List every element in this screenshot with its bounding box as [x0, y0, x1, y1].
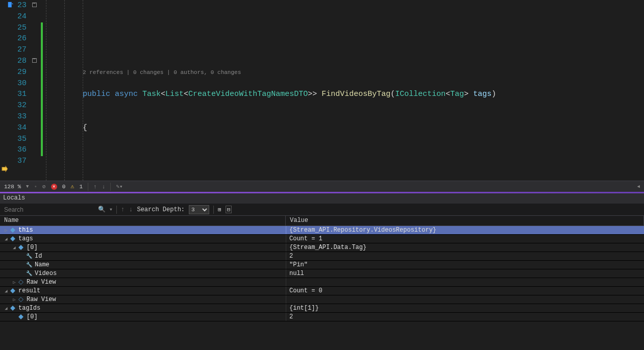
variable-name: Raw View: [27, 279, 56, 286]
indent-guide: [83, 0, 83, 181]
expand-toggle-icon[interactable]: ▷: [11, 297, 17, 303]
code-area[interactable]: 2 references | 0 changes | 0 authors, 0 …: [44, 0, 644, 181]
line-number: 33: [10, 111, 27, 122]
variable-name: [0]: [27, 244, 38, 251]
locals-row-name: ◢tags: [0, 235, 286, 242]
locals-row[interactable]: ◢tagsCount = 1: [0, 235, 644, 243]
variable-name: tagIds: [18, 305, 40, 312]
line-number: 25: [10, 22, 27, 34]
locals-row[interactable]: 🔧Videosnull: [0, 269, 644, 278]
locals-row-value: {Stream_API.Data.Tag}: [286, 243, 644, 252]
line-number: 29: [10, 67, 27, 78]
line-number-gutter: 23 24 25 26 27 28 29 30 31 32 33 34 35 3…: [10, 0, 31, 181]
line-number: 34: [10, 122, 27, 134]
locals-panel-title[interactable]: Locals: [0, 193, 644, 204]
locals-row-name: ▷this: [0, 227, 286, 234]
locals-row-name: ◢[0]: [0, 244, 286, 251]
fold-toggle-icon[interactable]: [32, 58, 37, 63]
locals-row[interactable]: ◢[0]{Stream_API.Data.Tag}: [0, 243, 644, 252]
locals-grid-body[interactable]: ▷this{Stream_API.Repository.VideosReposi…: [0, 226, 644, 350]
object-icon: [17, 314, 24, 320]
locals-row-value: 2: [286, 252, 644, 260]
expand-toggle-icon[interactable]: ▷: [11, 280, 17, 285]
search-icon[interactable]: 🔍: [98, 206, 106, 213]
expand-toggle-icon[interactable]: ◢: [3, 306, 9, 311]
tree-view-icon[interactable]: ⊞: [218, 206, 221, 213]
expand-toggle-icon[interactable]: ◢: [3, 288, 9, 294]
locals-row[interactable]: ▷Raw View: [0, 278, 644, 287]
line-number: 32: [10, 100, 27, 111]
search-depth-label: Search Depth:: [137, 206, 185, 213]
breakpoint-gutter[interactable]: [0, 0, 10, 181]
object-icon: [9, 236, 16, 242]
expand-toggle-icon[interactable]: ▷: [3, 228, 9, 233]
bookmark-icon: [7, 2, 14, 9]
locals-row-value: null: [286, 269, 644, 278]
line-number: 30: [10, 78, 27, 89]
property-icon: 🔧: [26, 262, 33, 268]
expand-toggle-icon[interactable]: ◢: [3, 236, 9, 242]
code-line[interactable]: public async Task<List<CreateVideoWithTa…: [44, 89, 644, 100]
property-icon: 🔧: [26, 270, 33, 277]
locals-row[interactable]: 🔧Id2: [0, 252, 644, 261]
locals-row-value: [286, 295, 644, 304]
expand-toggle-icon[interactable]: ◢: [11, 245, 17, 251]
object-icon: [17, 279, 24, 285]
locals-row[interactable]: ◢resultCount = 0: [0, 287, 644, 295]
code-line[interactable]: [44, 156, 644, 167]
locals-row-value: "Pin": [286, 261, 644, 269]
warning-icon[interactable]: ⚠: [70, 183, 74, 190]
column-header-value[interactable]: Value: [286, 216, 644, 226]
locals-panel: Locals 🔍 ▼ ↑ ↓ Search Depth: 3 ⊞ ⊟ Name …: [0, 193, 644, 350]
locals-row[interactable]: ▷Raw View: [0, 295, 644, 304]
locals-row[interactable]: 🔧Name"Pin": [0, 261, 644, 269]
line-number: 31: [10, 89, 27, 100]
zoom-level[interactable]: 128 %: [4, 184, 21, 190]
locals-row-value: [286, 278, 644, 286]
arrow-down-icon[interactable]: ↓: [129, 206, 133, 213]
locals-toolbar: 🔍 ▼ ↑ ↓ Search Depth: 3 ⊞ ⊟: [0, 204, 644, 216]
line-number: 24: [10, 11, 27, 22]
fold-toggle-icon[interactable]: [32, 3, 37, 7]
object-icon: [9, 227, 16, 233]
code-line[interactable]: 2 references | 0 changes | 0 authors, 0 …: [44, 67, 644, 78]
object-icon: [9, 305, 16, 311]
locals-row-name: 🔧Videos: [0, 270, 286, 277]
line-number: 36: [10, 144, 27, 156]
search-input[interactable]: [2, 205, 94, 214]
locals-row-name: ▷Raw View: [0, 279, 286, 286]
column-header-name[interactable]: Name: [0, 216, 286, 226]
code-line[interactable]: {: [44, 122, 644, 134]
locals-row-name: 🔧Name: [0, 261, 286, 268]
variable-name: this: [18, 227, 33, 234]
locals-row[interactable]: ◢tagIds{int[1]}: [0, 304, 644, 313]
locals-row-name: ▷Raw View: [0, 296, 286, 303]
locals-row-value: Count = 0: [286, 287, 644, 295]
svg-rect-0: [8, 2, 12, 8]
arrow-down-icon[interactable]: ↓: [102, 184, 106, 190]
arrow-up-icon[interactable]: ↑: [93, 184, 97, 190]
locals-row-name: 🔧Id: [0, 253, 286, 260]
locals-row-value: {Stream_API.Repository.VideosRepository}: [286, 226, 644, 234]
chevron-down-icon[interactable]: ▼: [26, 184, 29, 189]
locals-row[interactable]: [0]2: [0, 313, 644, 321]
locals-row[interactable]: ▷this{Stream_API.Repository.VideosReposi…: [0, 226, 644, 235]
variable-name: result: [18, 287, 40, 294]
variable-name: Videos: [35, 270, 57, 277]
locals-grid-header: Name Value: [0, 216, 644, 226]
scroll-left-icon[interactable]: ◀: [637, 184, 640, 189]
line-number: 35: [10, 134, 27, 145]
fold-gutter[interactable]: [31, 0, 41, 181]
brush-icon[interactable]: ✎▾: [116, 183, 122, 190]
chevron-down-icon[interactable]: ▼: [110, 207, 112, 212]
codelens[interactable]: 2 references | 0 changes | 0 authors, 0 …: [83, 69, 241, 76]
list-view-icon[interactable]: ⊟: [226, 206, 232, 213]
variable-name: Name: [35, 261, 49, 268]
search-depth-select[interactable]: 3: [189, 205, 209, 214]
arrow-up-icon[interactable]: ↑: [121, 206, 125, 213]
code-editor[interactable]: 23 24 25 26 27 28 29 30 31 32 33 34 35 3…: [0, 0, 644, 181]
change-added-icon: [41, 22, 43, 156]
object-icon: [17, 244, 24, 251]
locals-row-value: {int[1]}: [286, 304, 644, 312]
error-icon[interactable]: ✕: [51, 184, 57, 190]
